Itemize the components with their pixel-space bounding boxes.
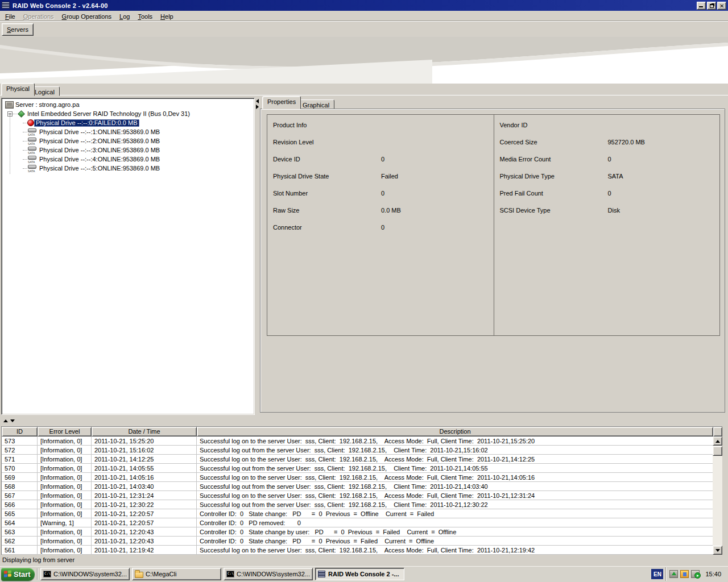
tray-server-icon[interactable] bbox=[691, 570, 700, 578]
log-header-row: IDError LevelDate / TimeDescription bbox=[2, 427, 722, 436]
log-cell-datetime: 2011-10-21, 14:05:55 bbox=[92, 464, 197, 472]
taskbar-button-label: C:\MegaCli bbox=[146, 571, 176, 577]
log-cell-id: 563 bbox=[2, 527, 38, 536]
collapse-right-icon[interactable] bbox=[256, 105, 259, 109]
expand-up-icon[interactable] bbox=[3, 419, 8, 422]
log-cell-description: Successful log out from the server User:… bbox=[197, 500, 713, 509]
event-log-table: IDError LevelDate / TimeDescription 573[… bbox=[1, 426, 722, 555]
language-indicator[interactable]: EN bbox=[651, 569, 663, 579]
menu-tools[interactable]: Tools bbox=[134, 12, 156, 21]
tree-connector bbox=[23, 159, 27, 160]
menu-log[interactable]: Log bbox=[115, 12, 134, 21]
tree-item-physical-drive-1[interactable]: SATAPhysical Drive --:--:1:ONLINE:953869… bbox=[2, 127, 254, 136]
tree-item-physical-drive-4[interactable]: SATAPhysical Drive --:--:4:ONLINE:953869… bbox=[2, 155, 254, 164]
servers-button[interactable]: Servers bbox=[2, 23, 34, 36]
log-row-570[interactable]: 570[Information, 0]2011-10-21, 14:05:55S… bbox=[2, 464, 713, 473]
log-row-561[interactable]: 561[Information, 0]2011-10-21, 12:19:42S… bbox=[2, 546, 713, 555]
expand-down-icon[interactable] bbox=[10, 419, 15, 422]
log-cell-datetime: 2011-10-21, 15:16:02 bbox=[92, 446, 197, 454]
menu-help[interactable]: Help bbox=[156, 12, 177, 21]
log-row-564[interactable]: 564[Warning, 1]2011-10-21, 12:20:57Contr… bbox=[2, 518, 713, 527]
menu-group-operations[interactable]: Group Operations bbox=[58, 12, 115, 21]
menu-file[interactable]: File bbox=[1, 12, 19, 21]
restore-button[interactable] bbox=[707, 2, 716, 10]
tree-item-physical-drive-5[interactable]: SATAPhysical Drive --:--:5:ONLINE:953869… bbox=[2, 164, 254, 173]
log-cell-datetime: 2011-10-21, 15:25:20 bbox=[92, 436, 197, 445]
minimize-button[interactable] bbox=[697, 2, 706, 10]
tree-item-physical-drive-2[interactable]: SATAPhysical Drive --:--:2:ONLINE:953869… bbox=[2, 136, 254, 146]
log-row-568[interactable]: 568[Information, 0]2011-10-21, 14:03:40S… bbox=[2, 482, 713, 491]
start-button[interactable]: Start bbox=[1, 568, 35, 581]
log-cell-id: 565 bbox=[2, 509, 38, 518]
tray-update-icon[interactable] bbox=[680, 570, 689, 578]
log-row-571[interactable]: 571[Information, 0]2011-10-21, 14:12:25S… bbox=[2, 455, 713, 464]
taskbar-button-c-windows-system32[interactable]: C:\WINDOWS\system32... bbox=[224, 568, 313, 580]
drive-sata-icon: SATA bbox=[27, 146, 38, 154]
log-cell-id: 569 bbox=[2, 473, 38, 481]
log-row-563[interactable]: 563[Information, 0]2011-10-21, 12:20:43C… bbox=[2, 527, 713, 537]
status-text: Displaying log from server bbox=[2, 556, 75, 563]
log-column-header-description[interactable]: Description bbox=[197, 427, 713, 436]
log-column-header-error-level[interactable]: Error Level bbox=[38, 427, 92, 436]
log-cell-id: 571 bbox=[2, 455, 38, 463]
log-row-572[interactable]: 572[Information, 0]2011-10-21, 15:16:02S… bbox=[2, 446, 713, 455]
log-row-566[interactable]: 566[Information, 0]2011-10-21, 12:30:22S… bbox=[2, 500, 713, 509]
log-column-header-date-time[interactable]: Date / Time bbox=[92, 427, 197, 436]
taskbar-button-c-windows-system32[interactable]: C:\WINDOWS\system32... bbox=[40, 568, 130, 580]
property-value: 0 bbox=[381, 156, 494, 163]
minimize-icon bbox=[699, 6, 703, 7]
log-cell-datetime: 2011-10-21, 14:05:16 bbox=[92, 473, 197, 481]
log-cell-id: 561 bbox=[2, 546, 38, 554]
log-cell-error-level: [Information, 0] bbox=[38, 464, 92, 472]
property-row-raw-size: Raw Size0.0 MB bbox=[267, 202, 494, 219]
scroll-up-button[interactable] bbox=[713, 436, 722, 446]
log-row-565[interactable]: 565[Information, 0]2011-10-21, 12:20:57C… bbox=[2, 509, 713, 518]
tree-connector bbox=[23, 123, 27, 123]
horizontal-splitter[interactable] bbox=[0, 417, 728, 423]
collapse-left-icon[interactable] bbox=[256, 99, 259, 103]
taskbar-button-label: C:\WINDOWS\system32... bbox=[53, 571, 127, 577]
log-cell-description: Controller ID: 0 State change: PD = 0 Pr… bbox=[197, 537, 713, 545]
tree-item-physical-drive-3[interactable]: SATAPhysical Drive --:--:3:ONLINE:953869… bbox=[2, 146, 254, 155]
log-cell-description: Controller ID: 0 State change by user: P… bbox=[197, 527, 713, 536]
restore-icon bbox=[710, 4, 714, 8]
log-cell-id: 566 bbox=[2, 500, 38, 509]
log-row-567[interactable]: 567[Information, 0]2011-10-21, 12:31:24S… bbox=[2, 491, 713, 500]
property-label: Connector bbox=[267, 224, 381, 231]
log-cell-description: Successful log on to the server User: ss… bbox=[197, 436, 713, 445]
tab-properties[interactable]: Properties bbox=[262, 96, 301, 109]
log-cell-error-level: [Information, 0] bbox=[38, 500, 92, 509]
scroll-down-button[interactable] bbox=[713, 546, 722, 555]
log-row-569[interactable]: 569[Information, 0]2011-10-21, 14:05:16S… bbox=[2, 473, 713, 482]
drive-sata-icon: SATA bbox=[27, 164, 38, 172]
tree-item-physical-drive-0[interactable]: Physical Drive --:--:0:FAILED:0.0 MB bbox=[2, 118, 254, 127]
taskbar-button-c-megacli[interactable]: C:\MegaCli bbox=[132, 568, 221, 580]
log-scrollbar[interactable] bbox=[713, 436, 722, 555]
vertical-splitter[interactable] bbox=[255, 98, 260, 415]
main-split-area: Server : strong.agro.paIntel Embedded Se… bbox=[0, 96, 728, 417]
view-tab-strip: PhysicalLogical bbox=[0, 84, 728, 96]
menu-operations: Operations bbox=[19, 12, 58, 21]
log-row-573[interactable]: 573[Information, 0]2011-10-21, 15:25:20S… bbox=[2, 436, 713, 446]
scrollbar-thumb[interactable] bbox=[713, 446, 722, 456]
tree-item-controller[interactable]: Intel Embedded Server RAID Technology II… bbox=[2, 109, 254, 118]
property-label: Physical Drive Type bbox=[494, 173, 608, 180]
log-cell-datetime: 2011-10-21, 12:19:42 bbox=[92, 546, 197, 554]
tree-item-server[interactable]: Server : strong.agro.pa bbox=[2, 100, 254, 109]
tab-graphical-view[interactable]: Graphical View bbox=[297, 99, 334, 109]
tree-item-drive-label: Physical Drive --:--:5:ONLINE:953869.0 M… bbox=[38, 165, 162, 172]
property-value: Failed bbox=[381, 173, 494, 180]
property-row-revision-level: Revision Level bbox=[267, 134, 494, 151]
log-cell-error-level: [Warning, 1] bbox=[38, 518, 92, 527]
windows-logo-icon bbox=[4, 570, 11, 577]
log-cell-description: Successful log on to the server User: ss… bbox=[197, 473, 713, 481]
properties-panel: Product InfoRevision LevelDevice ID0Phys… bbox=[260, 109, 725, 413]
tab-physical[interactable]: Physical bbox=[1, 83, 35, 96]
taskbar-button-raid-web-console-2[interactable]: RAID Web Console 2 -... bbox=[315, 568, 404, 580]
log-column-header-id[interactable]: ID bbox=[2, 427, 38, 436]
close-button[interactable]: ✕ bbox=[717, 2, 726, 10]
tray-eject-icon[interactable] bbox=[669, 570, 678, 578]
tree-item-drive-label: Physical Drive --:--:1:ONLINE:953869.0 M… bbox=[38, 128, 162, 136]
log-row-562[interactable]: 562[Information, 0]2011-10-21, 12:20:43C… bbox=[2, 537, 713, 546]
tree-connector bbox=[23, 168, 27, 169]
